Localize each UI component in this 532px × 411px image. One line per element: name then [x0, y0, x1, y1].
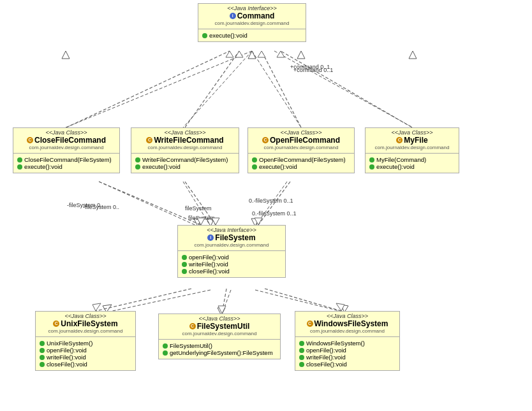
svg-line-14: [107, 290, 211, 312]
svg-line-24: [262, 51, 301, 127]
closefc-classname: C CloseFileCommand: [13, 136, 119, 145]
svg-line-16: [221, 290, 231, 315]
svg-marker-39: [336, 303, 344, 311]
svg-marker-25: [258, 51, 265, 57]
command-box: <<Java Interface>> i Command com.journal…: [198, 3, 306, 42]
svg-marker-23: [235, 51, 243, 57]
svg-marker-21: [226, 51, 233, 57]
writefc-classname: C WriteFileCommand: [131, 136, 239, 145]
unix-package: com.journaldev.design.command: [36, 328, 135, 335]
command-classname: i Command: [198, 11, 306, 20]
fs-methods: openFile():void writeFile():void closeFi…: [178, 252, 285, 277]
svg-line-8: [99, 182, 198, 226]
openfc-classname: C OpenFileCommand: [248, 136, 354, 145]
win-package: com.journaldev.design.command: [295, 328, 399, 335]
svg-line-28: [99, 182, 201, 225]
svg-marker-37: [218, 306, 226, 314]
myfile-stereotype: <<Java Class>>: [366, 128, 459, 136]
unix-fs-box: <<Java Class>> C UnixFileSystem com.jour…: [35, 311, 136, 371]
win-icon: C: [307, 321, 313, 327]
myfile-classname: C MyFile: [366, 136, 459, 145]
closefc-stereotype: <<Java Class>>: [13, 128, 119, 136]
command-label: +command 0..1: [293, 67, 333, 73]
unix-classname: C UnixFileSystem: [36, 319, 135, 328]
svg-marker-7: [409, 51, 417, 59]
svg-line-1: [183, 51, 252, 127]
svg-line-10: [255, 182, 287, 226]
util-classname: C FileSystemUtil: [159, 322, 280, 331]
myfile-icon: C: [396, 137, 403, 143]
writefc-methods: WriteFileCommand(FileSystem) execute():v…: [131, 155, 239, 173]
my-file-box: <<Java Class>> C MyFile com.journaldev.d…: [365, 127, 459, 173]
command-stereotype: <<Java Interface>>: [198, 4, 306, 11]
method-item: execute():void: [202, 32, 302, 39]
uml-diagram: +command 0..1 -fileSystem 0.. fileSystem…: [0, 0, 532, 411]
closefc-package: com.journaldev.design.command: [13, 145, 119, 152]
fs-label2: fileSystem: [185, 205, 212, 212]
open-file-command-box: <<Java Class>> C OpenFileCommand com.jou…: [248, 127, 355, 173]
win-methods: WindowsFileSystem() openFile():void writ…: [295, 338, 399, 370]
myfile-methods: MyFile(Command) execute():void: [366, 155, 459, 173]
openfc-package: com.journaldev.design.command: [248, 145, 354, 152]
command-icon: i: [230, 13, 236, 19]
svg-line-9: [183, 182, 211, 226]
closefc-methods: CloseFileCommand(FileSystem) execute():v…: [13, 155, 119, 173]
openfc-stereotype: <<Java Class>>: [248, 128, 354, 136]
util-methods: FileSystemUtil() getUnderlyingFileSystem…: [159, 341, 280, 359]
svg-line-22: [185, 51, 239, 127]
unix-icon: C: [53, 321, 59, 327]
svg-line-34: [96, 289, 191, 311]
command-package: com.journaldev.design.command: [198, 20, 306, 27]
command-methods: execute():void: [198, 31, 306, 41]
svg-line-2: [252, 51, 301, 127]
close-file-command-box: <<Java Class>> C CloseFileCommand com.jo…: [13, 127, 120, 173]
fs-stereotype: <<Java Interface>>: [178, 226, 285, 233]
svg-marker-6: [297, 51, 305, 59]
svg-marker-5: [62, 51, 70, 59]
win-stereotype: <<Java Class>>: [295, 312, 399, 319]
openfc-methods: OpenFileCommand(FileSystem) execute():vo…: [248, 155, 354, 173]
util-icon: C: [189, 323, 196, 329]
write-file-command-box: <<Java Class>> C WriteFileCommand com.jo…: [131, 127, 239, 173]
myfile-package: com.journaldev.design.command: [366, 145, 459, 152]
svg-line-3: [274, 51, 413, 127]
openfc-icon: C: [262, 137, 269, 143]
svg-line-32: [258, 182, 290, 225]
svg-line-20: [66, 51, 230, 127]
win-classname: C WindowsFileSystem: [295, 319, 399, 328]
fs-icon: i: [207, 234, 214, 241]
unix-stereotype: <<Java Class>>: [36, 312, 135, 319]
fs-util-box: <<Java Class>> C FileSystemUtil com.jour…: [158, 314, 281, 359]
svg-marker-35: [92, 303, 101, 311]
fs-package: com.journaldev.design.command: [178, 242, 285, 249]
fs-label3: 0.-fileSystem 0..1: [249, 198, 293, 204]
filesystem-label2: fileSystem: [188, 215, 215, 221]
svg-marker-4: [248, 51, 256, 59]
svg-line-0: [66, 51, 252, 127]
command-multiplicity: +command 0..1: [290, 64, 330, 70]
fs-label1: -fileSystem 0..: [67, 202, 103, 208]
writefc-package: com.journaldev.design.command: [131, 145, 239, 152]
unix-methods: UnixFileSystem() openFile():void writeFi…: [36, 338, 135, 370]
writefc-icon: C: [146, 137, 152, 143]
fs-classname: i FileSystem: [178, 233, 285, 242]
writefc-stereotype: <<Java Class>>: [131, 128, 239, 136]
util-package: com.journaldev.design.command: [159, 331, 280, 338]
file-system-box: <<Java Interface>> i FileSystem com.jour…: [177, 225, 286, 278]
filesystem-label1: -fileSystem 0..: [83, 204, 119, 210]
filesystem-label3: 0.-fileSystem 0..1: [252, 210, 297, 217]
windows-fs-box: <<Java Class>> C WindowsFileSystem com.j…: [295, 311, 400, 371]
svg-line-18: [255, 290, 344, 312]
svg-line-38: [265, 289, 341, 311]
svg-line-30: [185, 182, 216, 225]
closefc-icon: C: [27, 137, 33, 143]
svg-marker-27: [277, 51, 284, 57]
svg-marker-33: [255, 218, 262, 225]
svg-marker-29: [197, 218, 205, 225]
svg-line-36: [222, 289, 226, 314]
svg-marker-31: [212, 218, 219, 225]
util-stereotype: <<Java Class>>: [159, 314, 280, 322]
svg-line-26: [281, 51, 412, 127]
